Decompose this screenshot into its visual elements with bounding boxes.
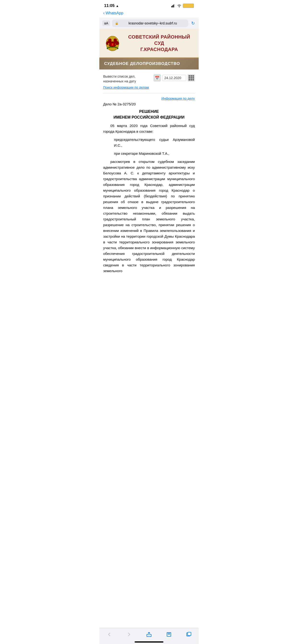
back-label: WhatsApp xyxy=(106,11,123,15)
battery-icon xyxy=(183,4,194,8)
doc-paragraph-3: при секретаре Мариновской Т.А., xyxy=(103,151,195,156)
doc-paragraph-4: рассмотрев в открытом судебном заседании… xyxy=(103,159,195,274)
svg-point-21 xyxy=(115,47,117,48)
grid-icon-button[interactable] xyxy=(188,74,195,82)
date-filter-label: Вывести список дел, назначенных на дату xyxy=(103,74,151,84)
grid-dots-icon xyxy=(189,75,194,80)
svg-point-14 xyxy=(108,43,109,45)
content-area: Вывести список дел, назначенных на дату … xyxy=(99,70,199,281)
date-input-group: 📅 xyxy=(154,74,195,82)
court-logo xyxy=(104,35,121,52)
divider xyxy=(103,93,195,94)
svg-point-20 xyxy=(113,46,115,48)
back-chevron-icon: ‹ xyxy=(103,10,105,16)
page-content: СОВЕТСКИЙ РАЙОННЫЙ СУД Г.КРАСНОДАРА СУДЕ… xyxy=(99,29,199,305)
svg-rect-3 xyxy=(174,4,175,8)
svg-point-17 xyxy=(107,48,108,49)
svg-point-9 xyxy=(113,38,117,42)
search-link[interactable]: Поиск информации по делам xyxy=(103,86,195,89)
back-navigation: ‹ WhatsApp xyxy=(99,10,199,18)
date-filter-row: Вывести список дел, назначенных на дату … xyxy=(103,74,195,84)
svg-rect-1 xyxy=(172,5,173,8)
document-title: РЕШЕНИЕ xyxy=(103,110,195,114)
svg-point-19 xyxy=(110,46,112,48)
wifi-icon xyxy=(177,4,181,8)
back-to-whatsapp-link[interactable]: ‹ WhatsApp xyxy=(103,10,195,16)
svg-point-8 xyxy=(108,38,112,42)
status-bar: 11:05 ▲ xyxy=(99,0,199,10)
doc-paragraph-1: 05 марта 2020 года Советский районный су… xyxy=(103,123,195,134)
url-bar[interactable]: 🔒 krasnodar-sovetsky--krd.sudrf.ru xyxy=(112,20,188,27)
lock-icon: 🔒 xyxy=(115,22,118,25)
section-title: СУДЕБНОЕ ДЕЛОПРОИЗВОДСТВО xyxy=(104,61,194,66)
svg-point-18 xyxy=(108,47,110,48)
refresh-button[interactable]: ↻ xyxy=(190,20,196,27)
svg-point-22 xyxy=(117,48,118,49)
status-time: 11:05 ▲ xyxy=(104,3,119,8)
case-info-link-container: Информация по делу xyxy=(103,96,195,100)
browser-bar: aA 🔒 krasnodar-sovetsky--krd.sudrf.ru ↻ xyxy=(99,18,199,29)
case-number: Дело № 2а-3275/20 xyxy=(103,102,195,106)
document-subtitle: ИМЕНЕМ РОССИЙСКОЙ ФЕДЕРАЦИИ xyxy=(103,115,195,120)
time-display: 11:05 xyxy=(104,3,114,8)
doc-paragraph-2: председательствующего судьи Арзумановой … xyxy=(103,137,195,148)
location-icon: ▲ xyxy=(116,4,119,8)
court-header: СОВЕТСКИЙ РАЙОННЫЙ СУД Г.КРАСНОДАРА xyxy=(99,29,199,58)
signal-icon xyxy=(171,4,176,8)
section-header: СУДЕБНОЕ ДЕЛОПРОИЗВОДСТВО xyxy=(99,58,199,70)
case-info-link[interactable]: Информация по делу xyxy=(161,96,195,100)
calendar-icon-button[interactable]: 📅 xyxy=(154,74,161,82)
court-title: СОВЕТСКИЙ РАЙОННЫЙ СУД Г.КРАСНОДАРА xyxy=(124,34,194,52)
url-display: krasnodar-sovetsky--krd.sudrf.ru xyxy=(120,21,186,25)
svg-rect-2 xyxy=(173,4,174,8)
coat-of-arms-icon xyxy=(104,35,121,52)
document-body: 05 марта 2020 года Советский районный су… xyxy=(103,123,195,274)
font-size-button[interactable]: aA xyxy=(102,20,110,26)
svg-rect-0 xyxy=(171,6,172,8)
status-icons xyxy=(171,4,194,8)
date-input[interactable] xyxy=(162,75,186,81)
